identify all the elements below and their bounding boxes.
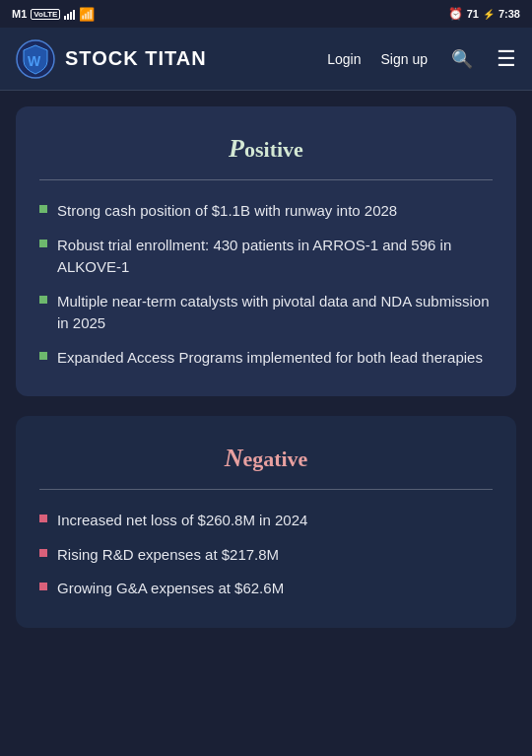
signup-link[interactable]: Sign up [381, 51, 428, 67]
negative-item-2: Rising R&D expenses at $217.8M [57, 544, 279, 567]
list-item: Growing G&A expenses at $62.6M [39, 578, 493, 600]
list-item: Robust trial enrollment: 430 patients in… [39, 235, 493, 279]
list-item: Strong cash position of $1.1B with runwa… [39, 200, 493, 223]
wifi-icon: 📶 [79, 7, 95, 22]
volte-badge: VoLTE [31, 9, 60, 20]
bullet-icon [39, 515, 47, 522]
negative-list: Increased net loss of $260.8M in 2024 Ri… [39, 510, 493, 600]
svg-text:W: W [28, 53, 41, 69]
list-item: Increased net loss of $260.8M in 2024 [39, 510, 493, 532]
bullet-icon [39, 352, 47, 360]
logo-svg: W [16, 39, 55, 79]
battery-level: 71 [467, 8, 479, 20]
negative-title-rest: egative [242, 447, 307, 471]
nav-links: Login Sign up 🔍 ☰ [327, 46, 516, 72]
positive-list: Strong cash position of $1.1B with runwa… [39, 200, 493, 369]
negative-item-3: Growing G&A expenses at $62.6M [57, 578, 284, 600]
list-item: Rising R&D expenses at $217.8M [39, 544, 493, 567]
negative-item-1: Increased net loss of $260.8M in 2024 [57, 510, 307, 532]
list-item: Expanded Access Programs implemented for… [39, 347, 493, 370]
positive-title: Positive [39, 134, 493, 164]
bullet-icon [39, 296, 47, 304]
positive-item-3: Multiple near-term catalysts with pivota… [57, 291, 493, 335]
search-icon[interactable]: 🔍 [451, 48, 473, 70]
negative-card: Negative Increased net loss of $260.8M i… [16, 416, 516, 628]
bullet-icon [39, 549, 47, 557]
menu-icon[interactable]: ☰ [497, 46, 516, 72]
positive-card: Positive Strong cash position of $1.1B w… [16, 106, 516, 396]
logo-text: STOCK TITAN [65, 47, 207, 70]
status-right: ⏰ 71 ⚡ 7:38 [448, 7, 520, 21]
bullet-icon [39, 240, 47, 247]
battery-icon: ⚡ [483, 9, 495, 20]
logo-area: W STOCK TITAN [16, 39, 327, 79]
positive-title-rest: ositive [244, 137, 303, 162]
navbar: W STOCK TITAN Login Sign up 🔍 ☰ [0, 28, 532, 91]
negative-divider [39, 489, 493, 490]
positive-item-4: Expanded Access Programs implemented for… [57, 347, 483, 370]
carrier-label: M1 [12, 8, 27, 20]
bullet-icon [39, 205, 47, 213]
positive-item-2: Robust trial enrollment: 430 patients in… [57, 235, 493, 279]
list-item: Multiple near-term catalysts with pivota… [39, 291, 493, 335]
signal-icon [64, 8, 75, 20]
bullet-icon [39, 583, 47, 590]
positive-divider [39, 179, 493, 180]
alarm-icon: ⏰ [448, 7, 463, 21]
status-bar: M1 VoLTE 📶 ⏰ 71 ⚡ 7:38 [0, 0, 532, 28]
login-link[interactable]: Login [327, 51, 361, 67]
main-content: Positive Strong cash position of $1.1B w… [0, 91, 532, 644]
status-left: M1 VoLTE 📶 [12, 7, 95, 22]
negative-title-first: N [225, 444, 243, 472]
time-display: 7:38 [499, 8, 520, 20]
positive-item-1: Strong cash position of $1.1B with runwa… [57, 200, 397, 223]
positive-title-first: P [229, 134, 244, 163]
negative-title: Negative [39, 444, 493, 473]
